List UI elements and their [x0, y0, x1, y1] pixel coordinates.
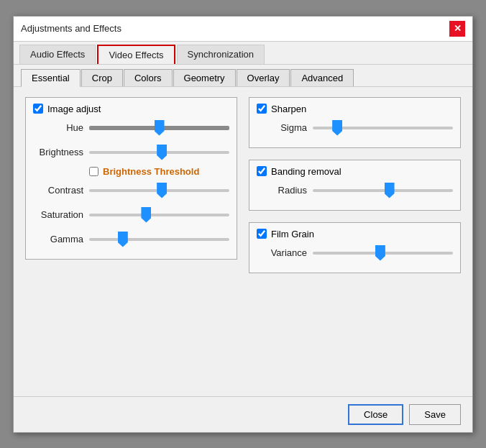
contrast-slider[interactable] — [89, 189, 229, 192]
radius-label: Radius — [257, 185, 307, 196]
title-bar: Adjustments and Effects ✕ — [14, 17, 472, 42]
tab-overlay[interactable]: Overlay — [237, 69, 290, 86]
tab-audio-effects[interactable]: Audio Effects — [19, 45, 96, 64]
variance-slider[interactable] — [313, 252, 453, 255]
image-adjust-checkbox[interactable] — [33, 104, 43, 114]
image-adjust-section: Image adjust Hue Brightness Brig — [25, 97, 237, 260]
sigma-slider-container — [313, 117, 453, 139]
brightness-slider-container — [89, 142, 229, 163]
window-close-button[interactable]: ✕ — [449, 21, 465, 37]
tab-advanced[interactable]: Advanced — [290, 69, 354, 86]
top-tab-bar: Audio Effects Video Effects Synchronizat… — [14, 42, 472, 65]
tab-colors[interactable]: Colors — [124, 69, 173, 86]
contrast-label: Contrast — [33, 185, 83, 196]
banding-removal-checkbox[interactable] — [257, 166, 267, 176]
tab-crop[interactable]: Crop — [81, 69, 123, 86]
close-button[interactable]: Close — [348, 404, 403, 425]
adjustments-dialog: Adjustments and Effects ✕ Audio Effects … — [13, 16, 473, 433]
gamma-slider[interactable] — [89, 238, 229, 241]
contrast-row: Contrast — [33, 180, 229, 201]
film-grain-section: Film Grain Variance — [249, 222, 461, 273]
brightness-threshold-checkbox[interactable] — [89, 167, 98, 176]
radius-row: Radius — [257, 180, 453, 201]
dialog-title: Adjustments and Effects — [21, 23, 122, 34]
image-adjust-label: Image adjust — [47, 104, 101, 114]
brightness-label: Brightness — [33, 147, 83, 157]
banding-removal-header: Banding removal — [257, 166, 453, 177]
hue-row: Hue — [33, 117, 229, 139]
banding-removal-label: Banding removal — [271, 166, 341, 177]
sharpen-checkbox[interactable] — [257, 104, 267, 114]
film-grain-checkbox[interactable] — [257, 229, 267, 239]
brightness-slider[interactable] — [89, 151, 229, 154]
hue-label: Hue — [33, 122, 83, 133]
radius-slider[interactable] — [313, 189, 453, 192]
right-panel: Sharpen Sigma Banding removal Radius — [249, 97, 461, 386]
save-button[interactable]: Save — [409, 404, 461, 425]
variance-slider-container — [313, 242, 453, 264]
sigma-row: Sigma — [257, 117, 453, 139]
inner-tab-bar: Essential Crop Colors Geometry Overlay A… — [14, 65, 472, 87]
variance-label: Variance — [257, 247, 307, 258]
brightness-row: Brightness — [33, 142, 229, 163]
gamma-row: Gamma — [33, 229, 229, 250]
saturation-label: Saturation — [33, 209, 83, 220]
tab-geometry[interactable]: Geometry — [173, 69, 236, 86]
saturation-slider-container — [89, 204, 229, 226]
saturation-slider[interactable] — [89, 214, 229, 216]
radius-slider-container — [313, 180, 453, 201]
contrast-slider-container — [89, 180, 229, 201]
film-grain-header: Film Grain — [257, 229, 453, 239]
tab-synchronization[interactable]: Synchronization — [177, 45, 265, 64]
variance-row: Variance — [257, 242, 453, 264]
gamma-label: Gamma — [33, 234, 83, 244]
sharpen-section: Sharpen Sigma — [249, 97, 461, 148]
footer: Close Save — [14, 396, 472, 432]
brightness-threshold-row: Brightness Threshold — [89, 166, 229, 177]
film-grain-label: Film Grain — [271, 229, 314, 239]
tab-essential[interactable]: Essential — [21, 69, 81, 87]
gamma-slider-container — [89, 229, 229, 250]
hue-slider-container — [89, 117, 229, 139]
sigma-slider[interactable] — [313, 127, 453, 129]
hue-slider[interactable] — [89, 126, 229, 130]
image-adjust-header: Image adjust — [33, 104, 229, 114]
tab-video-effects[interactable]: Video Effects — [97, 45, 175, 64]
sharpen-label: Sharpen — [271, 104, 306, 114]
banding-removal-section: Banding removal Radius — [249, 160, 461, 211]
content-area: Image adjust Hue Brightness Brig — [14, 87, 472, 396]
sharpen-header: Sharpen — [257, 104, 453, 114]
sigma-label: Sigma — [257, 122, 307, 133]
left-panel: Image adjust Hue Brightness Brig — [25, 97, 237, 386]
saturation-row: Saturation — [33, 204, 229, 226]
brightness-threshold-label: Brightness Threshold — [103, 166, 199, 177]
